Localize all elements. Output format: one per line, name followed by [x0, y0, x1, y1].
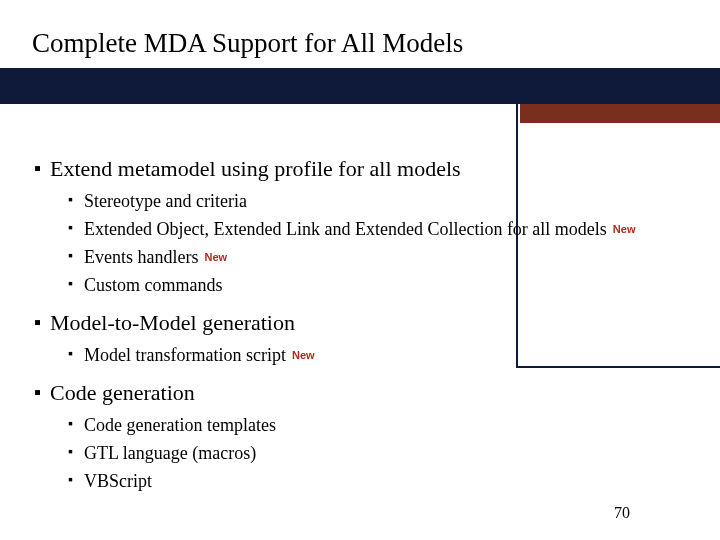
list-item: ▪ VBScript	[68, 470, 694, 492]
square-bullet-icon: ▪	[68, 274, 84, 294]
list-item: ▪ Extended Object, Extended Link and Ext…	[68, 218, 694, 240]
sub-item-text: Model transformation script	[84, 344, 286, 366]
square-bullet-icon: ▪	[68, 190, 84, 210]
page-number: 70	[614, 504, 630, 522]
list-item: ▪ Stereotype and criteria	[68, 190, 694, 212]
sub-item-text: VBScript	[84, 470, 152, 492]
sub-item-text: GTL language (macros)	[84, 442, 256, 464]
sub-item-text: Events handlers	[84, 246, 198, 268]
sub-item-text: Code generation templates	[84, 414, 276, 436]
section-heading: Model-to-Model generation	[50, 310, 295, 336]
square-bullet-icon: ▪	[34, 310, 50, 334]
sub-list: ▪ Stereotype and criteria ▪ Extended Obj…	[68, 190, 694, 296]
square-bullet-icon: ▪	[34, 156, 50, 180]
sub-item-text: Custom commands	[84, 274, 223, 296]
page-title: Complete MDA Support for All Models	[32, 28, 463, 59]
list-item: ▪ Model transformation script New	[68, 344, 694, 366]
maroon-bar	[520, 104, 720, 123]
square-bullet-icon: ▪	[68, 414, 84, 434]
square-bullet-icon: ▪	[68, 344, 84, 364]
square-bullet-icon: ▪	[68, 442, 84, 462]
list-item: ▪ Custom commands	[68, 274, 694, 296]
sub-list: ▪ Model transformation script New	[68, 344, 694, 366]
navy-bar	[0, 68, 720, 104]
section-heading: Code generation	[50, 380, 195, 406]
square-bullet-icon: ▪	[68, 470, 84, 490]
sub-list: ▪ Code generation templates ▪ GTL langua…	[68, 414, 694, 492]
square-bullet-icon: ▪	[68, 218, 84, 238]
square-bullet-icon: ▪	[34, 380, 50, 404]
square-bullet-icon: ▪	[68, 246, 84, 266]
content-body: ▪ Extend metamodel using profile for all…	[34, 142, 694, 492]
new-badge: New	[292, 349, 315, 361]
list-item: ▪ Model-to-Model generation	[34, 310, 694, 336]
list-item: ▪ GTL language (macros)	[68, 442, 694, 464]
sub-item-text: Extended Object, Extended Link and Exten…	[84, 218, 607, 240]
title-area: Complete MDA Support for All Models	[0, 0, 720, 112]
new-badge: New	[204, 251, 227, 263]
list-item: ▪ Code generation	[34, 380, 694, 406]
list-item: ▪ Code generation templates	[68, 414, 694, 436]
list-item: ▪ Extend metamodel using profile for all…	[34, 156, 694, 182]
new-badge: New	[613, 223, 636, 235]
sub-item-text: Stereotype and criteria	[84, 190, 247, 212]
list-item: ▪ Events handlers New	[68, 246, 694, 268]
section-heading: Extend metamodel using profile for all m…	[50, 156, 461, 182]
